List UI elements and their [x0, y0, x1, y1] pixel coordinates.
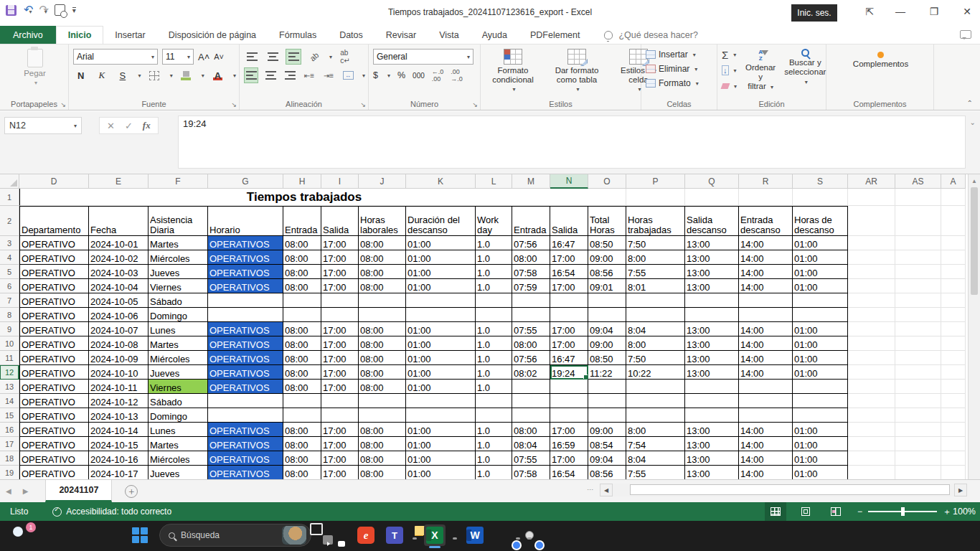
cell-Q4[interactable]: 13:00: [685, 250, 739, 265]
cell-N14[interactable]: [550, 394, 588, 408]
start-button[interactable]: [130, 525, 150, 545]
font-color-icon[interactable]: A: [210, 67, 225, 83]
cell-S10[interactable]: 01:00: [793, 336, 848, 351]
cell-P9[interactable]: 8:04: [626, 322, 685, 336]
vertical-scrollbar[interactable]: ▲: [968, 174, 980, 479]
cell-S19[interactable]: 01:00: [793, 466, 848, 479]
cell-K16[interactable]: 01:00: [406, 423, 476, 437]
cell-G19[interactable]: OPERATIVOS: [208, 466, 283, 479]
cell-O10[interactable]: 09:00: [588, 336, 626, 351]
cell-M15[interactable]: [512, 408, 550, 423]
cell-J3[interactable]: 08:00: [359, 236, 406, 250]
cell-G6[interactable]: OPERATIVOS: [208, 279, 283, 293]
row-header-7[interactable]: 7: [0, 293, 19, 308]
cell-H18[interactable]: 08:00: [283, 451, 321, 466]
cell-AR9[interactable]: [848, 322, 895, 336]
cell-F16[interactable]: Lunes: [149, 423, 208, 437]
cell-A6[interactable]: [941, 279, 966, 293]
cell-A2[interactable]: [941, 206, 966, 236]
name-box[interactable]: N12▾: [4, 117, 82, 134]
cell-S1[interactable]: [793, 189, 848, 206]
cell-P13[interactable]: [626, 380, 685, 394]
cell-D3[interactable]: OPERATIVO: [19, 236, 89, 250]
col-header-A[interactable]: A: [941, 174, 966, 189]
align-right-icon[interactable]: [283, 67, 297, 83]
cell-G9[interactable]: OPERATIVOS: [208, 322, 283, 336]
select-all-corner[interactable]: [0, 174, 19, 189]
cell-L18[interactable]: 1.0: [476, 451, 512, 466]
row-header-1[interactable]: 1: [0, 189, 19, 206]
cell-A9[interactable]: [941, 322, 966, 336]
cell-D4[interactable]: OPERATIVO: [19, 250, 89, 265]
cell-N10[interactable]: 17:00: [550, 336, 588, 351]
cell-D10[interactable]: OPERATIVO: [19, 336, 89, 351]
cell-K12[interactable]: 01:00: [406, 365, 476, 380]
cell-F14[interactable]: Sábado: [149, 394, 208, 408]
cell-J4[interactable]: 08:00: [359, 250, 406, 265]
grow-font-icon[interactable]: A˄: [198, 52, 209, 62]
tab-inicio[interactable]: Inicio: [56, 26, 104, 44]
cell-K11[interactable]: 01:00: [406, 351, 476, 365]
cell-E13[interactable]: 2024-10-11: [89, 380, 149, 394]
cell-F9[interactable]: Lunes: [149, 322, 208, 336]
cell-D9[interactable]: OPERATIVO: [19, 322, 89, 336]
cell-M16[interactable]: 08:00: [512, 423, 550, 437]
cell-D12[interactable]: OPERATIVO: [19, 365, 89, 380]
cell-Q19[interactable]: 13:00: [685, 466, 739, 479]
cell-N17[interactable]: 16:59: [550, 437, 588, 451]
cell-M6[interactable]: 07:59: [512, 279, 550, 293]
cell-H3[interactable]: 08:00: [283, 236, 321, 250]
cell-AS18[interactable]: [895, 451, 941, 466]
row-header-5[interactable]: 5: [0, 265, 19, 279]
cell-Q18[interactable]: 13:00: [685, 451, 739, 466]
cell-A16[interactable]: [941, 423, 966, 437]
cell-K3[interactable]: 01:00: [406, 236, 476, 250]
cell-Q13[interactable]: [685, 380, 739, 394]
cell-G17[interactable]: OPERATIVOS: [208, 437, 283, 451]
cell-Q12[interactable]: 13:00: [685, 365, 739, 380]
page-layout-view-button[interactable]: [795, 502, 816, 521]
cell-K17[interactable]: 01:00: [406, 437, 476, 451]
cell-I8[interactable]: [321, 308, 359, 322]
cell-AS17[interactable]: [895, 437, 941, 451]
cell-AR3[interactable]: [848, 236, 895, 250]
cell-F5[interactable]: Jueves: [149, 265, 208, 279]
cell-H6[interactable]: 08:00: [283, 279, 321, 293]
cell-O1[interactable]: [588, 189, 626, 206]
cell-R2[interactable]: Entrada descanso: [739, 206, 793, 236]
cell-A17[interactable]: [941, 437, 966, 451]
cell-M12[interactable]: 08:02: [512, 365, 550, 380]
cell-K4[interactable]: 01:00: [406, 250, 476, 265]
cell-A14[interactable]: [941, 394, 966, 408]
cell-O6[interactable]: 09:01: [588, 279, 626, 293]
cell-H5[interactable]: 08:00: [283, 265, 321, 279]
row-header-13[interactable]: 13: [0, 380, 19, 394]
cell-P14[interactable]: [626, 394, 685, 408]
cell-F18[interactable]: Miércoles: [149, 451, 208, 466]
cell-G13[interactable]: OPERATIVOS: [208, 380, 283, 394]
cell-F6[interactable]: Viernes: [149, 279, 208, 293]
cell-L7[interactable]: [476, 293, 512, 308]
cell-K7[interactable]: [406, 293, 476, 308]
zoom-slider-thumb[interactable]: [901, 507, 905, 516]
cell-I15[interactable]: [321, 408, 359, 423]
cell-E8[interactable]: 2024-10-06: [89, 308, 149, 322]
tell-me-search[interactable]: ¿Qué desea hacer?: [604, 26, 698, 44]
cell-AS9[interactable]: [895, 322, 941, 336]
scroll-left-icon[interactable]: ◀: [600, 484, 613, 496]
insert-cells-button[interactable]: Insertar▾: [646, 47, 714, 62]
cell-D17[interactable]: OPERATIVO: [19, 437, 89, 451]
cell-N18[interactable]: 17:00: [550, 451, 588, 466]
cell-E18[interactable]: 2024-10-16: [89, 451, 149, 466]
align-bottom-icon[interactable]: [286, 49, 301, 65]
cell-N8[interactable]: [550, 308, 588, 322]
minimize-button[interactable]: —: [890, 6, 911, 17]
cell-G3[interactable]: OPERATIVOS: [208, 236, 283, 250]
cell-AR8[interactable]: [848, 308, 895, 322]
cell-H11[interactable]: 08:00: [283, 351, 321, 365]
weather-widget[interactable]: 1: [10, 525, 33, 547]
cell-E16[interactable]: 2024-10-14: [89, 423, 149, 437]
cell-F15[interactable]: Domingo: [149, 408, 208, 423]
cell-M14[interactable]: [512, 394, 550, 408]
cell-E12[interactable]: 2024-10-10: [89, 365, 149, 380]
